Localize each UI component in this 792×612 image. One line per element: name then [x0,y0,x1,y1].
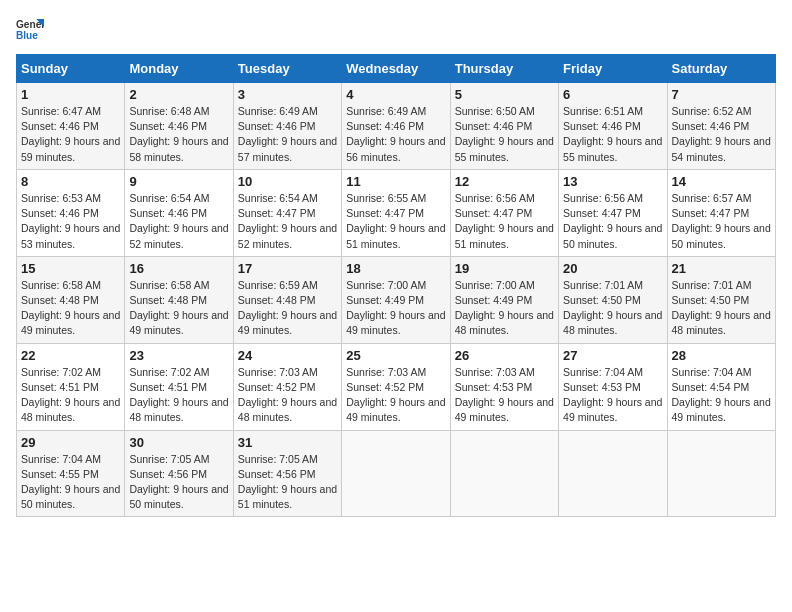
day-number: 23 [129,348,228,363]
day-number: 10 [238,174,337,189]
calendar-week-4: 22 Sunrise: 7:02 AMSunset: 4:51 PMDaylig… [17,343,776,430]
day-number: 14 [672,174,771,189]
day-info: Sunrise: 6:52 AMSunset: 4:46 PMDaylight:… [672,105,771,163]
day-number: 30 [129,435,228,450]
day-number: 16 [129,261,228,276]
day-number: 13 [563,174,662,189]
calendar-cell: 9 Sunrise: 6:54 AMSunset: 4:46 PMDayligh… [125,169,233,256]
calendar-cell: 30 Sunrise: 7:05 AMSunset: 4:56 PMDaylig… [125,430,233,517]
calendar-cell: 22 Sunrise: 7:02 AMSunset: 4:51 PMDaylig… [17,343,125,430]
day-info: Sunrise: 6:49 AMSunset: 4:46 PMDaylight:… [238,105,337,163]
day-number: 31 [238,435,337,450]
calendar-cell: 6 Sunrise: 6:51 AMSunset: 4:46 PMDayligh… [559,83,667,170]
calendar-cell: 17 Sunrise: 6:59 AMSunset: 4:48 PMDaylig… [233,256,341,343]
day-number: 20 [563,261,662,276]
calendar-cell: 4 Sunrise: 6:49 AMSunset: 4:46 PMDayligh… [342,83,450,170]
calendar-cell: 19 Sunrise: 7:00 AMSunset: 4:49 PMDaylig… [450,256,558,343]
calendar-week-5: 29 Sunrise: 7:04 AMSunset: 4:55 PMDaylig… [17,430,776,517]
page-header: General Blue [16,16,776,44]
day-number: 3 [238,87,337,102]
day-number: 22 [21,348,120,363]
day-number: 21 [672,261,771,276]
day-info: Sunrise: 6:58 AMSunset: 4:48 PMDaylight:… [21,279,120,337]
calendar-cell [450,430,558,517]
day-info: Sunrise: 6:54 AMSunset: 4:47 PMDaylight:… [238,192,337,250]
calendar-cell [559,430,667,517]
calendar-cell: 27 Sunrise: 7:04 AMSunset: 4:53 PMDaylig… [559,343,667,430]
calendar-cell: 28 Sunrise: 7:04 AMSunset: 4:54 PMDaylig… [667,343,775,430]
calendar-cell: 21 Sunrise: 7:01 AMSunset: 4:50 PMDaylig… [667,256,775,343]
calendar-cell: 8 Sunrise: 6:53 AMSunset: 4:46 PMDayligh… [17,169,125,256]
day-info: Sunrise: 7:00 AMSunset: 4:49 PMDaylight:… [346,279,445,337]
calendar-cell: 31 Sunrise: 7:05 AMSunset: 4:56 PMDaylig… [233,430,341,517]
weekday-saturday: Saturday [667,55,775,83]
day-info: Sunrise: 6:56 AMSunset: 4:47 PMDaylight:… [455,192,554,250]
day-number: 8 [21,174,120,189]
calendar-cell: 25 Sunrise: 7:03 AMSunset: 4:52 PMDaylig… [342,343,450,430]
day-number: 11 [346,174,445,189]
day-number: 19 [455,261,554,276]
calendar-cell: 16 Sunrise: 6:58 AMSunset: 4:48 PMDaylig… [125,256,233,343]
day-info: Sunrise: 6:55 AMSunset: 4:47 PMDaylight:… [346,192,445,250]
day-info: Sunrise: 7:04 AMSunset: 4:54 PMDaylight:… [672,366,771,424]
calendar-cell: 10 Sunrise: 6:54 AMSunset: 4:47 PMDaylig… [233,169,341,256]
day-number: 9 [129,174,228,189]
day-number: 7 [672,87,771,102]
calendar-week-3: 15 Sunrise: 6:58 AMSunset: 4:48 PMDaylig… [17,256,776,343]
weekday-friday: Friday [559,55,667,83]
day-info: Sunrise: 6:54 AMSunset: 4:46 PMDaylight:… [129,192,228,250]
day-number: 15 [21,261,120,276]
day-info: Sunrise: 6:56 AMSunset: 4:47 PMDaylight:… [563,192,662,250]
day-info: Sunrise: 6:53 AMSunset: 4:46 PMDaylight:… [21,192,120,250]
calendar-cell: 15 Sunrise: 6:58 AMSunset: 4:48 PMDaylig… [17,256,125,343]
day-number: 28 [672,348,771,363]
day-info: Sunrise: 7:05 AMSunset: 4:56 PMDaylight:… [238,453,337,511]
day-info: Sunrise: 6:48 AMSunset: 4:46 PMDaylight:… [129,105,228,163]
day-number: 4 [346,87,445,102]
day-number: 17 [238,261,337,276]
weekday-monday: Monday [125,55,233,83]
calendar-cell: 1 Sunrise: 6:47 AMSunset: 4:46 PMDayligh… [17,83,125,170]
calendar-cell: 3 Sunrise: 6:49 AMSunset: 4:46 PMDayligh… [233,83,341,170]
day-number: 24 [238,348,337,363]
day-number: 18 [346,261,445,276]
day-info: Sunrise: 7:03 AMSunset: 4:52 PMDaylight:… [238,366,337,424]
calendar-body: 1 Sunrise: 6:47 AMSunset: 4:46 PMDayligh… [17,83,776,517]
calendar-cell: 7 Sunrise: 6:52 AMSunset: 4:46 PMDayligh… [667,83,775,170]
calendar-cell: 14 Sunrise: 6:57 AMSunset: 4:47 PMDaylig… [667,169,775,256]
calendar-cell [667,430,775,517]
day-number: 1 [21,87,120,102]
day-number: 2 [129,87,228,102]
svg-text:Blue: Blue [16,30,38,41]
day-number: 25 [346,348,445,363]
day-info: Sunrise: 6:57 AMSunset: 4:47 PMDaylight:… [672,192,771,250]
weekday-tuesday: Tuesday [233,55,341,83]
weekday-header-row: SundayMondayTuesdayWednesdayThursdayFrid… [17,55,776,83]
day-info: Sunrise: 7:04 AMSunset: 4:53 PMDaylight:… [563,366,662,424]
calendar-cell: 20 Sunrise: 7:01 AMSunset: 4:50 PMDaylig… [559,256,667,343]
day-number: 12 [455,174,554,189]
day-number: 29 [21,435,120,450]
logo-icon: General Blue [16,16,44,44]
day-info: Sunrise: 6:58 AMSunset: 4:48 PMDaylight:… [129,279,228,337]
day-info: Sunrise: 7:03 AMSunset: 4:53 PMDaylight:… [455,366,554,424]
calendar-cell: 18 Sunrise: 7:00 AMSunset: 4:49 PMDaylig… [342,256,450,343]
day-info: Sunrise: 7:03 AMSunset: 4:52 PMDaylight:… [346,366,445,424]
weekday-sunday: Sunday [17,55,125,83]
day-info: Sunrise: 6:47 AMSunset: 4:46 PMDaylight:… [21,105,120,163]
calendar-cell: 2 Sunrise: 6:48 AMSunset: 4:46 PMDayligh… [125,83,233,170]
calendar-cell: 29 Sunrise: 7:04 AMSunset: 4:55 PMDaylig… [17,430,125,517]
day-info: Sunrise: 7:02 AMSunset: 4:51 PMDaylight:… [21,366,120,424]
calendar-cell: 5 Sunrise: 6:50 AMSunset: 4:46 PMDayligh… [450,83,558,170]
calendar-cell: 26 Sunrise: 7:03 AMSunset: 4:53 PMDaylig… [450,343,558,430]
calendar-cell: 13 Sunrise: 6:56 AMSunset: 4:47 PMDaylig… [559,169,667,256]
day-info: Sunrise: 7:02 AMSunset: 4:51 PMDaylight:… [129,366,228,424]
day-info: Sunrise: 7:00 AMSunset: 4:49 PMDaylight:… [455,279,554,337]
calendar-cell [342,430,450,517]
calendar-cell: 11 Sunrise: 6:55 AMSunset: 4:47 PMDaylig… [342,169,450,256]
calendar-cell: 12 Sunrise: 6:56 AMSunset: 4:47 PMDaylig… [450,169,558,256]
day-number: 5 [455,87,554,102]
logo: General Blue [16,16,44,44]
day-info: Sunrise: 6:59 AMSunset: 4:48 PMDaylight:… [238,279,337,337]
calendar-cell: 23 Sunrise: 7:02 AMSunset: 4:51 PMDaylig… [125,343,233,430]
